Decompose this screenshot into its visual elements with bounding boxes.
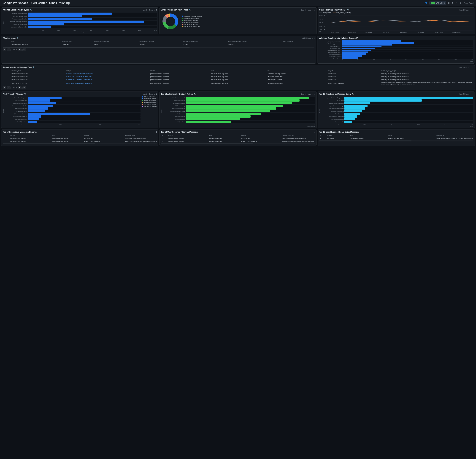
svg-text:0: 0 [319,31,321,33]
live-mode-toggle[interactable] [431,2,435,4]
first-page-btn[interactable]: ⏮ [3,86,6,89]
panel-header: Alert Types by Attacker 🔍 Last 24 Hours … [3,93,157,95]
col-suspicious: Suspicious message reported [227,40,282,43]
filter-icon[interactable]: ⚙ [448,2,450,4]
attacker-bars: anylsouth@hxmitexgas.ga chokologs@oxo.co… [5,96,141,125]
table-row: 2 2022-06-01T12:22:51UTC e4cb5214-f817-4… [3,75,473,78]
of-label: of [13,87,15,89]
scroll-track[interactable] [161,144,315,144]
first-page-btn[interactable]: ⏮ [3,49,6,51]
next-page-btn[interactable]: ▶ [18,49,22,51]
user-icon: 👤 [425,2,427,4]
prev-page-btn[interactable]: ◀ [7,86,10,89]
col-phishing: Phishing reclassification [182,40,227,43]
filter-icon[interactable]: ▼ [312,37,313,39]
bar-row: ck@axationhouse.com.my [322,107,473,110]
search-icon[interactable]: 🔍 [352,93,354,95]
bar-row: admin@extawaterways.in [163,97,315,99]
bar-row: successlog@oxo.com [5,118,141,120]
mal-bar-row: doublegrace@oxo.com ... [319,50,473,51]
bar-row-4: Suspicious message reported [5,21,157,23]
filter-icon[interactable]: ▼ [154,93,155,95]
filter-icon[interactable]: ▼ [470,93,472,95]
scroll-track[interactable] [3,144,157,144]
live-mode-badge[interactable]: LIVE MODE [429,1,446,5]
donut-legend: Suspicious message reported Phishing rec… [182,15,202,28]
table-container: # attacker type subject message_bo... 1 … [319,134,473,140]
panel-header: Gmail Phishing Time Compare 🔍 Last 24 Ho… [319,9,473,11]
info-icon[interactable]: ℹ [473,9,473,11]
table-container: # message_date alert_id attacker victim … [3,69,473,85]
filter-icon[interactable]: ▼ [312,93,314,95]
filter-icon[interactable]: ▼ [470,9,472,11]
search-icon[interactable]: 🔍 [24,93,26,95]
x-axis-labels: 050k100k150k200k250k300k350k400k [5,30,157,31]
svg-point-7 [166,17,175,26]
info-icon[interactable]: ℹ [473,37,473,39]
bar-row: peters@lxrtcenter1.bigr.name [322,97,473,99]
panel-controls: Last 24 Hours ▼ ℹ [301,37,314,39]
more-icon[interactable]: ⋮ [456,2,458,4]
prev-page-btn[interactable]: ◀ [7,49,10,51]
bar-row: anylsouth@hxmitexgas.ga [5,97,141,99]
dashboard: Affected Users by Alert Types 🔍 Last 24 … [0,6,476,147]
header-controls: 👤 LIVE MODE ⚙ ↻ ⋮ ⚙ [From Panel] [425,1,474,5]
table-row: 1 peters@lxrtcenter1.bigr.name Suspiciou… [3,137,157,140]
bar-row: swiftcarg001@oxo.com [163,107,315,110]
table-header-row: # attacker type subject message_bo... [319,134,473,137]
top10-message-count-panel: Top 10 Attackers by Message Count 🔍 Last… [318,92,475,128]
row-3: Recent Attacks by Message Date 🔍 Last 24… [1,65,475,90]
svg-text:6:00: 6:00 [400,32,407,33]
info-icon[interactable]: ℹ [314,93,315,95]
panel-title: Top 10 Suspicious Messages Reported [3,131,37,133]
bar-row-6: User reported spam spike [5,26,157,28]
bar-row: ciurigabian1@axbler.ru [322,110,473,112]
info-icon[interactable]: ℹ [473,67,473,68]
info-icon[interactable]: ℹ [156,131,157,133]
legend: Malware reclassificati... Misconfigured … [142,96,157,107]
search-icon[interactable]: 🔍 [188,9,191,11]
panel-controls: Last 24 Hours ▼ ℹ [459,9,473,11]
app-header: Google Workspace - Alert Center - Gmail … [0,0,476,6]
bar-row: ATTACKER [322,99,473,102]
info-icon[interactable]: ℹ [473,131,473,133]
bars-area: Malware reclassification Misconfigured w… [5,12,157,33]
top10-spam-panel: Top 10 User Reported Spam Spike Messages… [318,129,475,146]
last-page-btn[interactable]: ⏭ [22,49,26,51]
filter-icon[interactable]: ▼ [154,9,155,11]
filter-icon[interactable]: ▼ [470,67,472,68]
info-icon[interactable]: ℹ [314,131,315,133]
settings-icon[interactable]: ⚙ [460,2,462,4]
gmail-phishing-time-compare-panel: Gmail Phishing Time Compare 🔍 Last 24 Ho… [318,7,475,34]
search-icon[interactable]: 🔍 [33,66,35,68]
line-chart-legend: num_victims num_victims_yesterday [319,12,473,14]
mal-bar-row: swiftcargo2@oxo.com ... [319,51,473,53]
search-icon[interactable]: 🔍 [194,93,196,95]
panel-controls: Last 24 Hours ▼ ℹ [301,9,315,11]
filter-icon[interactable]: ▼ [312,9,314,11]
search-icon[interactable]: 🔍 [30,9,32,11]
svg-text:40k: 40k [319,18,326,20]
svg-text:0:00: 0:00 [366,32,372,33]
bar-row: tinomoney2@oxo.com [322,118,473,120]
refresh-icon[interactable]: ↻ [452,2,454,4]
y-axis-label: type [3,12,5,33]
recent-attacks-panel: Recent Attacks by Message Date 🔍 Last 24… [1,65,475,90]
info-icon[interactable]: ℹ [314,9,315,11]
scroll-track[interactable] [319,141,473,141]
info-icon[interactable]: ℹ [156,9,157,11]
search-icon[interactable]: 🔍 [17,37,19,39]
panel-header: Recent Attacks by Message Date 🔍 Last 24… [3,66,473,68]
table-row: 1 jane@lxrtcenter1.bigr.name 1,066,786 1… [3,43,314,46]
table-header-row: # victim message_count Malware reclassif… [3,40,314,43]
info-icon[interactable]: ℹ [314,37,314,39]
info-icon[interactable]: ℹ [473,93,473,95]
tooltip-label: jane@lxrtc...r1.bigr.name [5,31,157,33]
bar-row: anylsouth@hxmitexgas.ga [163,105,315,107]
next-page-btn[interactable]: ▶ [18,86,22,89]
last-page-btn[interactable]: ⏭ [22,86,26,89]
panel-header: Top 10 Attackers by Distinct Victims 🔍 L… [161,93,315,95]
search-icon[interactable]: 🔍 [347,9,349,11]
info-icon[interactable]: ℹ [156,93,157,95]
mal-bar-row: null10@extdog.site ... [319,53,473,55]
